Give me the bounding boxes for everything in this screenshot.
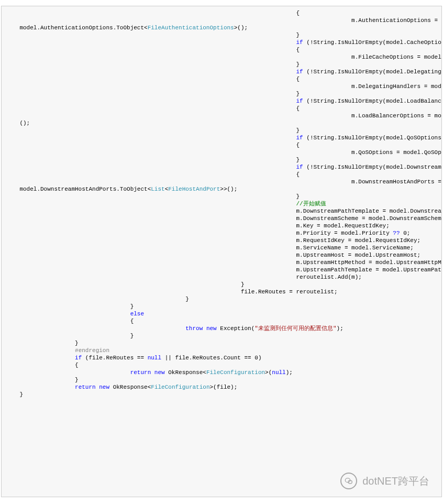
code-line: } (6, 127, 437, 134)
code-line: return new OkResponse<FileConfiguration>… (6, 384, 437, 391)
code-line: m.AuthenticationOptions = (6, 17, 437, 24)
code-line: { (6, 75, 437, 83)
code-line: if (!String.IsNullOrEmpty(model.Downstre… (6, 163, 437, 171)
code-line: else (6, 310, 437, 317)
code-line: m.Key = model.RequestIdKey; (6, 222, 437, 229)
code-line: { (6, 46, 437, 53)
code-line: file.ReRoutes = reroutelist; (6, 288, 437, 295)
code-line: } (6, 156, 437, 163)
code-line: } (6, 90, 437, 97)
code-line: m.UpstreamPathTemplate = model.UpstreamP… (6, 266, 437, 273)
code-line: throw new Exception("未监测到任何可用的配置信息"); (6, 325, 437, 332)
code-line: if (!String.IsNullOrEmpty(model.CacheOpt… (6, 39, 437, 46)
code-line: } (6, 295, 437, 303)
code-line: m.UpstreamHttpMethod = model.UpstreamHtt… (6, 259, 437, 266)
code-line: { (6, 171, 437, 178)
wechat-icon (340, 473, 357, 489)
code-line: m.RequestIdKey = model.RequestIdKey; (6, 237, 437, 244)
watermark-text: dotNET跨平台 (362, 474, 429, 488)
code-line: } (6, 193, 437, 200)
code-line: } (6, 339, 437, 347)
code-line: { (6, 9, 437, 17)
code-line: m.Priority = model.Priority ?? 0; (6, 229, 437, 237)
code-line: model.DownstreamHostAndPorts.ToObject<Li… (6, 185, 437, 193)
code-line: m.DownstreamPathTemplate = model.Downstr… (6, 207, 437, 215)
code-line: if (!String.IsNullOrEmpty(model.Delegati… (6, 68, 437, 75)
code-line: { (6, 105, 437, 112)
code-line: } (6, 281, 437, 288)
code-line: } (6, 332, 437, 339)
code-line: m.DownstreamScheme = model.DownstreamSch… (6, 215, 437, 222)
code-line: m.DownstreamHostAndPorts = (6, 178, 437, 185)
code-line: } (6, 61, 437, 68)
watermark: dotNET跨平台 (336, 470, 434, 491)
code-line: //开始赋值 (6, 200, 437, 207)
code-line: { (6, 317, 437, 325)
code-line: { (6, 361, 437, 369)
code-line: (); (6, 119, 437, 127)
code-line: { (6, 141, 437, 149)
code-line: m.FileCacheOptions = model.CacheOptions.… (6, 53, 437, 61)
code-line: m.LoadBalancerOptions = model.LoadBalanc… (6, 112, 437, 119)
code-line: return new OkResponse<FileConfiguration>… (6, 369, 437, 376)
code-line: } (6, 391, 437, 398)
code-block: { m.AuthenticationOptions = model.Authen… (1, 6, 442, 497)
code-line: } (6, 303, 437, 310)
code-line: m.ServiceName = model.ServiceName; (6, 244, 437, 251)
code-line: if (!String.IsNullOrEmpty(model.QoSOptio… (6, 134, 437, 141)
code-line: if (!String.IsNullOrEmpty(model.LoadBala… (6, 97, 437, 105)
code-line: } (6, 376, 437, 384)
code-line: reroutelist.Add(m); (6, 273, 437, 281)
code-line: #endregion (6, 347, 437, 354)
code-line: } (6, 31, 437, 39)
code-line: if (file.ReRoutes == null || file.ReRout… (6, 354, 437, 361)
code-line: model.AuthenticationOptions.ToObject<Fil… (6, 24, 437, 31)
code-line: m.UpstreamHost = model.UpstreamHost; (6, 251, 437, 259)
code-line: m.QoSOptions = model.QoSOptions.ToObject… (6, 149, 437, 156)
code-line: m.DelegatingHandlers = model.DelegatingH… (6, 83, 437, 90)
